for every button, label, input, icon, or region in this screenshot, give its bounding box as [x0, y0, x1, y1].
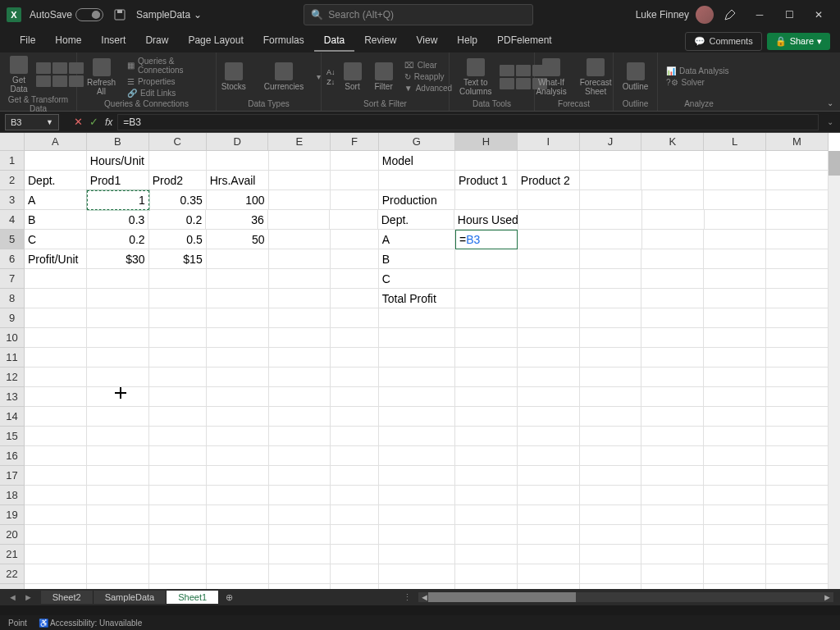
cell-B19[interactable]	[87, 505, 149, 525]
cell-J21[interactable]	[580, 545, 642, 564]
cell-F2[interactable]	[331, 171, 378, 190]
search-input[interactable]: 🔍 Search (Alt+Q)	[304, 4, 533, 25]
cell-E17[interactable]	[269, 466, 331, 486]
row-header-15[interactable]: 15	[0, 427, 25, 446]
cell-D1[interactable]	[207, 151, 269, 171]
sheet-tab-sampledata[interactable]: SampleData	[94, 591, 167, 604]
column-header-A[interactable]: A	[25, 133, 87, 151]
cell-D18[interactable]	[207, 486, 269, 505]
cell-G14[interactable]	[379, 407, 455, 427]
cell-D6[interactable]	[207, 249, 269, 269]
cell-H2[interactable]: Product 1	[455, 171, 518, 190]
cell-A11[interactable]	[25, 348, 87, 368]
cell-K9[interactable]	[641, 308, 704, 328]
cell-D17[interactable]	[207, 466, 269, 486]
cell-A22[interactable]	[25, 564, 87, 584]
cell-H12[interactable]	[455, 368, 518, 387]
cell-B5[interactable]: 0.2	[87, 230, 149, 249]
cell-C2[interactable]: Prod2	[149, 171, 207, 190]
solver-button[interactable]: ?⚙ Solver	[663, 77, 733, 88]
cell-C10[interactable]	[149, 328, 207, 348]
cell-M2[interactable]	[766, 171, 829, 190]
cell-G10[interactable]	[379, 328, 455, 348]
cell-G11[interactable]	[379, 348, 455, 368]
cell-D13[interactable]	[207, 387, 269, 407]
cell-H7[interactable]	[455, 269, 518, 289]
cell-B15[interactable]	[87, 427, 149, 446]
filter-button[interactable]: Filter	[370, 61, 398, 93]
cell-B14[interactable]	[87, 407, 149, 427]
cell-M1[interactable]	[766, 151, 829, 171]
spreadsheet-grid[interactable]: ABCDEFGHIJKLM 12345678910111213141516171…	[0, 133, 840, 605]
row-header-1[interactable]: 1	[0, 151, 25, 171]
cell-E18[interactable]	[269, 486, 331, 505]
cell-F11[interactable]	[331, 348, 378, 368]
cell-I22[interactable]	[518, 564, 580, 584]
cell-D19[interactable]	[207, 505, 269, 525]
cell-A16[interactable]	[25, 446, 87, 466]
cell-E9[interactable]	[269, 308, 331, 328]
cell-I20[interactable]	[518, 525, 580, 545]
cell-D11[interactable]	[207, 348, 269, 368]
cell-L4[interactable]	[705, 210, 767, 230]
cell-B17[interactable]	[87, 466, 149, 486]
cell-B8[interactable]	[87, 289, 149, 308]
cell-B2[interactable]: Prod1	[87, 171, 149, 190]
cell-G21[interactable]	[379, 545, 455, 564]
tab-insert[interactable]: Insert	[91, 30, 135, 52]
cell-L17[interactable]	[704, 466, 766, 486]
cell-I4[interactable]	[518, 210, 581, 230]
cell-A1[interactable]	[25, 151, 87, 171]
cell-B3[interactable]: 1	[87, 190, 149, 210]
cell-J3[interactable]	[580, 190, 642, 210]
cell-F15[interactable]	[331, 427, 378, 446]
cell-D12[interactable]	[207, 368, 269, 387]
cell-I2[interactable]: Product 2	[518, 171, 580, 190]
cell-J20[interactable]	[580, 525, 642, 545]
cell-K20[interactable]	[641, 525, 704, 545]
cell-E8[interactable]	[269, 289, 331, 308]
cell-H3[interactable]	[455, 190, 518, 210]
cell-I7[interactable]	[518, 269, 580, 289]
cell-J15[interactable]	[580, 427, 642, 446]
cell-D15[interactable]	[207, 427, 269, 446]
cell-E12[interactable]	[269, 368, 331, 387]
cell-A4[interactable]: B	[25, 210, 87, 230]
cell-K18[interactable]	[641, 486, 704, 505]
cell-F9[interactable]	[331, 308, 378, 328]
cancel-button[interactable]: ✕	[74, 116, 83, 128]
cell-A6[interactable]: Profit/Unit	[25, 249, 87, 269]
cell-C8[interactable]	[149, 289, 207, 308]
refresh-all-button[interactable]: Refresh All	[82, 57, 121, 98]
row-header-12[interactable]: 12	[0, 368, 25, 387]
tab-help[interactable]: Help	[447, 30, 487, 52]
what-if-button[interactable]: What-If Analysis	[531, 57, 571, 98]
cell-F1[interactable]	[331, 151, 378, 171]
tab-pdfelement[interactable]: PDFelement	[487, 30, 562, 52]
cell-K3[interactable]	[642, 190, 705, 210]
cell-J9[interactable]	[580, 308, 642, 328]
close-button[interactable]: ✕	[804, 3, 833, 26]
cell-C18[interactable]	[149, 486, 207, 505]
cell-K13[interactable]	[641, 387, 704, 407]
column-header-D[interactable]: D	[207, 133, 269, 151]
cell-L18[interactable]	[704, 486, 766, 505]
cell-H22[interactable]	[455, 564, 518, 584]
cell-E11[interactable]	[269, 348, 331, 368]
cell-A5[interactable]: C	[25, 230, 87, 249]
cell-E13[interactable]	[269, 387, 331, 407]
cell-C22[interactable]	[149, 564, 207, 584]
cell-M4[interactable]	[766, 210, 829, 230]
cell-G20[interactable]	[379, 525, 455, 545]
row-header-18[interactable]: 18	[0, 486, 25, 505]
cell-C21[interactable]	[149, 545, 207, 564]
cell-I21[interactable]	[518, 545, 580, 564]
cell-D7[interactable]	[207, 269, 269, 289]
cell-C6[interactable]: $15	[149, 249, 207, 269]
cell-E16[interactable]	[269, 446, 331, 466]
cell-I9[interactable]	[518, 308, 580, 328]
cell-C13[interactable]	[149, 387, 207, 407]
cell-J18[interactable]	[580, 486, 642, 505]
cell-E3[interactable]	[269, 190, 331, 210]
cell-G6[interactable]: B	[379, 249, 455, 269]
